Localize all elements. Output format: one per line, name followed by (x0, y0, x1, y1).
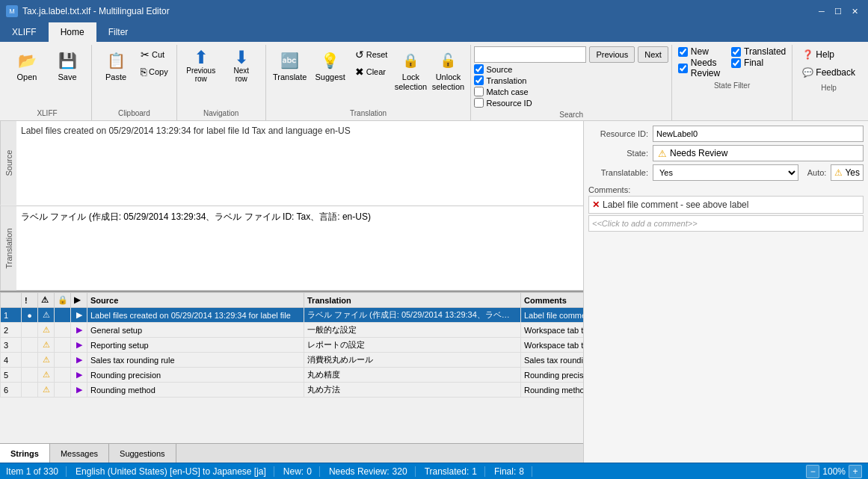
source-checkbox[interactable] (474, 64, 484, 74)
table-body: 1●⚠▶Label files created on 05/29/2014 13… (1, 308, 584, 398)
next-arrow-icon: ⬇ (234, 49, 249, 67)
clipboard-buttons: 📋 Paste ✂ Cut ⎘ Copy (96, 46, 172, 106)
comment-error: ✕ Label file comment - see above label (592, 200, 860, 210)
reset-label: Reset (366, 50, 388, 59)
status-translated: Translated: 1 (425, 466, 485, 477)
next-label: Nextrow (233, 67, 249, 83)
translatable-select[interactable]: Yes No (653, 164, 798, 181)
search-previous-button[interactable]: Previous (589, 46, 635, 63)
table-row[interactable]: 4⚠▶Sales tax rounding rule消費税丸めルールSales … (1, 353, 584, 368)
save-icon: 💾 (55, 49, 79, 72)
feedback-button[interactable]: 💬 Feedback (798, 64, 859, 81)
new-label: New: (283, 466, 304, 477)
translation-pane: Translation ラベル ファイル (作成日: 05/29/2014 13… (0, 206, 583, 291)
open-button[interactable]: 📂 Open (7, 46, 46, 84)
xliff-buttons: 📂 Open 💾 Save (7, 46, 87, 106)
table-row[interactable]: 2⚠▶General setup一般的な設定Workspace tab titl… (1, 323, 584, 338)
match-case-checkbox[interactable] (474, 87, 484, 96)
table-row[interactable]: 6⚠▶Rounding method丸め方法Rounding methodRou… (1, 383, 584, 398)
status-new: New: 0 (283, 466, 320, 477)
paste-icon: 📋 (104, 49, 128, 72)
col-header-trans: ▶ (71, 293, 87, 308)
translation-pane-content[interactable]: ラベル ファイル (作成日: 05/29/2014 13:29:34、ラベル フ… (16, 206, 583, 291)
translation-checkbox-label: Translation (486, 76, 526, 85)
previous-row-button[interactable]: ⬆ Previousrow (182, 46, 221, 85)
cut-button[interactable]: ✂ Cut (137, 46, 172, 63)
table-row[interactable]: 1●⚠▶Label files created on 05/29/2014 13… (1, 308, 584, 323)
zoom-out-button[interactable]: − (806, 465, 819, 478)
unlock-icon: 🔓 (436, 49, 460, 72)
search-input[interactable] (474, 46, 586, 63)
state-filter-group-label: State Filter (678, 81, 786, 90)
final-filter-item: Final (731, 58, 786, 68)
titlebar: M Tax.ja.label.txt.xlf - Multilingual Ed… (0, 0, 868, 22)
unlock-selection-button[interactable]: 🔓 Unlockselection (430, 46, 466, 94)
source-pane: Source Label files created on 05/29/2014… (0, 121, 583, 206)
ribbon-group-state-filter: New Needs Review Translated Final State … (672, 45, 792, 120)
clear-icon: ✖ (355, 66, 364, 78)
copy-button[interactable]: ⎘ Copy (137, 64, 172, 80)
resource-id-checkbox[interactable] (474, 98, 484, 108)
suggest-button[interactable]: 💡 Suggest (311, 46, 350, 84)
maximize-button[interactable]: ☐ (831, 4, 846, 19)
source-pane-content[interactable]: Label files created on 05/29/2014 13:29:… (16, 121, 583, 205)
state-prop-label: State: (588, 149, 648, 158)
save-button[interactable]: 💾 Save (48, 46, 87, 84)
needs-review-filter-checkbox[interactable] (678, 64, 688, 73)
close-button[interactable]: ✕ (847, 4, 862, 19)
paste-button[interactable]: 📋 Paste (96, 46, 135, 84)
final-count: 8 (519, 466, 524, 477)
reset-icon: ↺ (355, 49, 364, 61)
data-table: ! ⚠ 🔒 ▶ Source Translation Comments ID 1… (0, 292, 583, 398)
source-pane-label: Source (0, 121, 16, 205)
final-filter-checkbox[interactable] (731, 58, 741, 68)
translate-button[interactable]: 🔤 Translate (271, 46, 310, 84)
comment-box: ✕ Label file comment - see above label (588, 196, 864, 214)
search-next-button[interactable]: Next (638, 46, 668, 63)
titlebar-controls[interactable]: ─ ☐ ✕ (814, 4, 862, 19)
table-row[interactable]: 5⚠▶Rounding precision丸め精度Rounding precis… (1, 368, 584, 383)
auto-text: Yes (845, 167, 860, 178)
copy-label: Copy (149, 67, 168, 76)
table-header-row: ! ⚠ 🔒 ▶ Source Translation Comments ID (1, 293, 584, 308)
auto-prop-label: Auto: (807, 168, 827, 177)
app-icon: M (6, 5, 18, 17)
state-badge[interactable]: ⚠ Needs Review (653, 145, 864, 161)
suggest-label: Suggest (316, 72, 345, 82)
help-button[interactable]: ❓ Help (798, 46, 859, 63)
needs-review-filter-label: Needs Review (691, 58, 722, 78)
copy-icon: ⎘ (141, 66, 147, 78)
new-filter-item: New (678, 46, 722, 57)
state-col2: Translated Final (731, 46, 786, 78)
translation-checkbox[interactable] (474, 75, 484, 85)
status-needs-review: Needs Review: 320 (329, 466, 416, 477)
tab-filter[interactable]: Filter (96, 22, 141, 42)
translatable-row: Translatable: Yes No Auto: ⚠ Yes (588, 164, 864, 181)
ribbon-tabs: XLIFF Home Filter (0, 22, 868, 42)
tab-messages[interactable]: Messages (50, 444, 109, 463)
clear-button[interactable]: ✖ Clear (351, 64, 392, 80)
next-row-button[interactable]: ⬇ Nextrow (222, 46, 261, 85)
new-filter-checkbox[interactable] (678, 47, 688, 57)
lock-selection-button[interactable]: 🔒 Lockselection (393, 46, 428, 94)
col-header-translation: Translation (304, 293, 521, 308)
resource-id-input[interactable] (653, 126, 864, 142)
resource-id-label: Resource ID (486, 99, 532, 108)
tab-suggestions[interactable]: Suggestions (109, 444, 176, 463)
reset-button[interactable]: ↺ Reset (351, 46, 392, 63)
table-row[interactable]: 3⚠▶Reporting setupレポートの設定Workspace tab t… (1, 338, 584, 353)
zoom-in-button[interactable]: + (849, 465, 862, 478)
prev-label: Previousrow (186, 67, 215, 83)
comments-prop-label: Comments: (588, 184, 864, 196)
translated-filter-checkbox[interactable] (731, 47, 741, 57)
tab-strings[interactable]: Strings (0, 444, 50, 463)
resource-id-row: Resource ID: (588, 126, 864, 142)
translation-buttons: 🔤 Translate 💡 Suggest ↺ Reset ✖ Clear (271, 46, 467, 106)
tab-home[interactable]: Home (49, 22, 96, 42)
table-scroll[interactable]: ! ⚠ 🔒 ▶ Source Translation Comments ID 1… (0, 292, 583, 443)
comment-add[interactable]: <<Click to add a comment>> (588, 215, 864, 232)
minimize-button[interactable]: ─ (814, 4, 829, 19)
tab-xliff[interactable]: XLIFF (0, 22, 49, 42)
col-header-num (1, 293, 22, 308)
status-item-count: Item 1 of 330 (6, 466, 67, 477)
